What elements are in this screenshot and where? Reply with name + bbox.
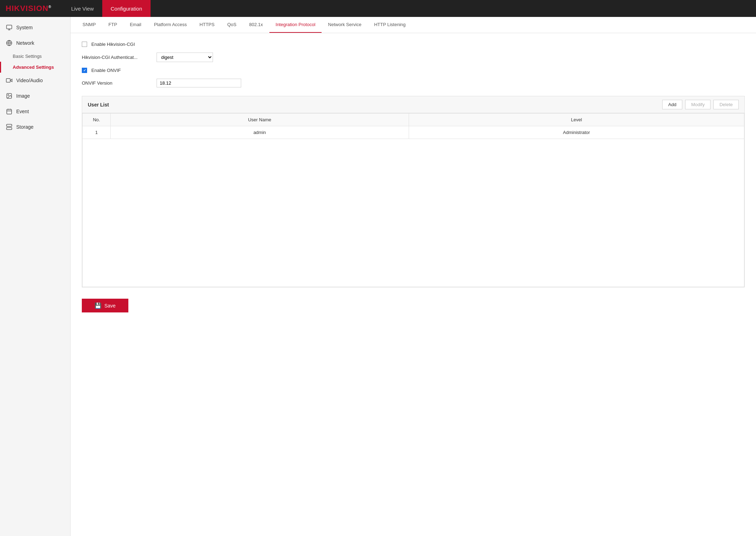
globe-icon	[6, 39, 13, 47]
logo-text: HIKVISION	[6, 4, 48, 13]
sidebar-sub-basic-settings[interactable]: Basic Settings	[0, 51, 70, 62]
svg-rect-13	[7, 124, 12, 127]
main-content: SNMP FTP Email Platform Access HTTPS QoS…	[71, 17, 756, 536]
sidebar-item-system[interactable]: System	[0, 20, 70, 35]
storage-icon	[6, 123, 13, 130]
layout: System Network Basic Settings Advanced S…	[0, 17, 756, 536]
onvif-checkbox[interactable]	[82, 68, 87, 73]
row-no: 1	[83, 126, 111, 139]
add-user-button[interactable]: Add	[662, 100, 682, 109]
sidebar-label-storage: Storage	[16, 124, 33, 130]
tab-https[interactable]: HTTPS	[193, 17, 221, 33]
user-list-table: No. User Name Level 1 admin Administrato…	[82, 113, 744, 287]
sidebar-sub-advanced-settings[interactable]: Advanced Settings	[0, 62, 70, 73]
sidebar-item-image[interactable]: Image	[0, 88, 70, 104]
video-icon	[6, 77, 13, 84]
onvif-row: Enable ONVIF	[82, 68, 745, 73]
user-list-actions: Add Modify Delete	[662, 100, 739, 109]
modify-user-button[interactable]: Modify	[685, 100, 711, 109]
sidebar-item-storage[interactable]: Storage	[0, 119, 70, 135]
row-level: Administrator	[409, 126, 744, 139]
tab-qos[interactable]: QoS	[221, 17, 243, 33]
nav-configuration[interactable]: Configuration	[102, 0, 151, 17]
hikvision-auth-label: Hikvision-CGI Authenticat...	[82, 55, 152, 60]
svg-marker-5	[10, 79, 12, 82]
svg-rect-9	[7, 109, 12, 114]
save-button[interactable]: 💾 Save	[82, 299, 128, 312]
col-username: User Name	[111, 114, 409, 126]
tab-email[interactable]: Email	[123, 17, 148, 33]
sidebar-label-system: System	[16, 25, 33, 30]
svg-rect-6	[6, 79, 10, 83]
hikvision-auth-row: Hikvision-CGI Authenticat... digest basi…	[82, 53, 745, 62]
logo: HIKVISION®	[6, 4, 51, 13]
user-list-title: User List	[88, 102, 109, 108]
save-label: Save	[104, 303, 116, 309]
onvif-version-row: ONVIF Version	[82, 79, 745, 87]
nav-live-view[interactable]: Live View	[63, 0, 102, 17]
table-empty-row	[83, 139, 744, 287]
onvif-version-input[interactable]	[157, 79, 241, 87]
onvif-version-label: ONVIF Version	[82, 80, 152, 86]
user-list-container: User List Add Modify Delete No. User Nam…	[82, 96, 745, 287]
tab-integration-protocol[interactable]: Integration Protocol	[269, 17, 322, 33]
save-icon: 💾	[94, 302, 102, 309]
tab-http-listening[interactable]: HTTP Listening	[368, 17, 412, 33]
sidebar: System Network Basic Settings Advanced S…	[0, 17, 71, 536]
svg-rect-0	[7, 25, 12, 29]
user-list-header: User List Add Modify Delete	[82, 96, 744, 113]
table-row[interactable]: 1 admin Administrator	[83, 126, 744, 139]
col-no: No.	[83, 114, 111, 126]
sidebar-item-video-audio[interactable]: Video/Audio	[0, 73, 70, 88]
content-area: Enable Hikvision-CGI Hikvision-CGI Authe…	[71, 33, 756, 321]
sidebar-label-video-audio: Video/Audio	[16, 78, 43, 83]
svg-point-8	[8, 95, 8, 95]
sidebar-item-network[interactable]: Network	[0, 35, 70, 51]
delete-user-button[interactable]: Delete	[713, 100, 739, 109]
image-icon	[6, 92, 13, 99]
calendar-icon	[6, 108, 13, 115]
sidebar-item-event[interactable]: Event	[0, 104, 70, 119]
tabs-bar: SNMP FTP Email Platform Access HTTPS QoS…	[71, 17, 756, 33]
onvif-label: Enable ONVIF	[91, 68, 162, 73]
hikvision-cgi-checkbox[interactable]	[82, 42, 87, 47]
table-header-row: No. User Name Level	[83, 114, 744, 126]
logo-reg: ®	[48, 5, 51, 9]
hikvision-cgi-label: Enable Hikvision-CGI	[91, 42, 162, 47]
tab-platform-access[interactable]: Platform Access	[148, 17, 193, 33]
sidebar-label-network: Network	[16, 40, 34, 46]
tab-network-service[interactable]: Network Service	[322, 17, 368, 33]
hikvision-cgi-row: Enable Hikvision-CGI	[82, 42, 745, 47]
sidebar-label-event: Event	[16, 109, 29, 114]
monitor-icon	[6, 24, 13, 31]
tab-snmp[interactable]: SNMP	[76, 17, 102, 33]
row-username: admin	[111, 126, 409, 139]
col-level: Level	[409, 114, 744, 126]
top-nav: HIKVISION® Live View Configuration	[0, 0, 756, 17]
sidebar-label-image: Image	[16, 93, 30, 99]
tab-ftp[interactable]: FTP	[102, 17, 124, 33]
hikvision-auth-select[interactable]: digest basic digest/basic	[157, 53, 213, 62]
svg-rect-14	[7, 128, 12, 130]
tab-8021x[interactable]: 802.1x	[243, 17, 269, 33]
